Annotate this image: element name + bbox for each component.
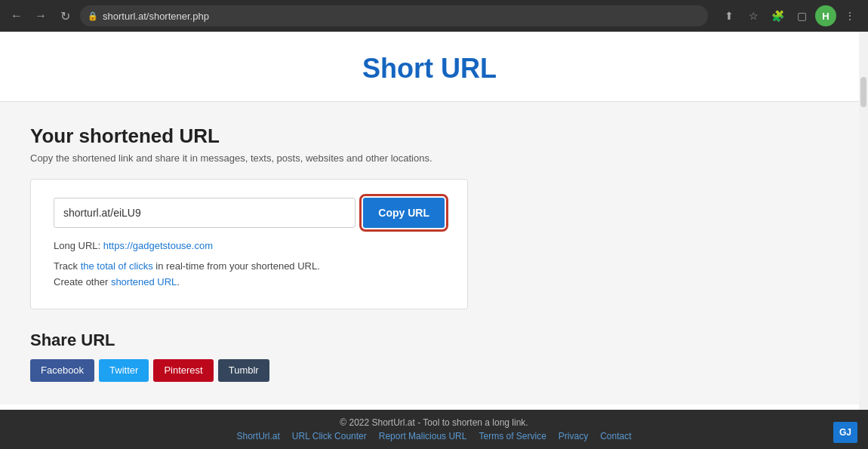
window-button[interactable]: ▢ [791,5,812,26]
page-wrapper: Short URL Your shortened URL Copy the sh… [0,32,868,410]
forward-button[interactable]: → [32,7,50,25]
lock-icon: 🔒 [88,11,98,21]
long-url-row: Long URL: https://gadgetstouse.com [54,240,445,251]
track-text-middle: in real-time from your shortened URL. [153,260,320,272]
menu-button[interactable]: ⋮ [839,5,860,26]
extensions-button[interactable]: 🧩 [767,5,788,26]
browser-actions: ⬆ ☆ 🧩 ▢ H ⋮ [719,5,860,26]
reload-button[interactable]: ↻ [56,7,74,25]
track-text-end: . [177,276,180,288]
page-content: Short URL Your shortened URL Copy the sh… [0,32,859,410]
share-buttons: Facebook Twitter Pinterest Tumblr [30,359,829,382]
address-bar[interactable]: 🔒 shorturl.at/shortener.php [80,5,708,26]
shortened-url-input[interactable] [54,198,356,228]
site-footer: © 2022 ShortUrl.at - Tool to shorten a l… [0,410,868,449]
url-card: Copy URL Long URL: https://gadgetstouse.… [30,179,468,309]
scrollbar-track[interactable] [859,32,868,410]
share-section: Share URL Facebook Twitter Pinterest Tum… [30,331,829,382]
main-content: Your shortened URL Copy the shortened li… [0,102,859,404]
share-title: Share URL [30,331,829,350]
track-text-before: Track [54,260,81,272]
profile-avatar[interactable]: H [815,5,836,26]
footer-link-shorturl[interactable]: ShortUrl.at [236,431,279,441]
track-clicks-link[interactable]: the total of clicks [81,260,153,272]
site-header: Short URL [0,32,859,102]
footer-link-tos[interactable]: Terms of Service [479,431,546,441]
back-button[interactable]: ← [8,7,26,25]
share-browser-button[interactable]: ⬆ [719,5,740,26]
footer-logo: GJ [833,422,857,443]
footer-link-contact[interactable]: Contact [600,431,631,441]
browser-chrome: ← → ↻ 🔒 shorturl.at/shortener.php ⬆ ☆ 🧩 … [0,0,868,32]
url-copy-row: Copy URL [54,198,445,228]
footer-link-privacy[interactable]: Privacy [559,431,588,441]
pinterest-share-button[interactable]: Pinterest [153,359,213,382]
shortened-section-subtitle: Copy the shortened link and share it in … [30,152,829,164]
shortened-section-title: Your shortened URL [30,125,829,148]
copy-url-button[interactable]: Copy URL [363,198,445,228]
tumblr-share-button[interactable]: Tumblr [218,359,269,382]
url-text: shorturl.at/shortener.php [103,11,209,22]
long-url-label: Long URL: [54,240,103,251]
track-row: Track the total of clicks in real-time f… [54,259,445,291]
bookmark-button[interactable]: ☆ [743,5,764,26]
track-text-after: Create other [54,276,111,288]
footer-link-report[interactable]: Report Malicious URL [379,431,467,441]
shortened-url-link[interactable]: shortened URL [111,276,177,288]
scrollbar-thumb[interactable] [860,77,866,107]
long-url-link[interactable]: https://gadgetstouse.com [103,240,213,251]
footer-copyright: © 2022 ShortUrl.at - Tool to shorten a l… [0,417,868,428]
twitter-share-button[interactable]: Twitter [99,359,149,382]
facebook-share-button[interactable]: Facebook [30,359,94,382]
footer-links: ShortUrl.at URL Click Counter Report Mal… [0,431,868,441]
footer-link-click-counter[interactable]: URL Click Counter [292,431,367,441]
site-title: Short URL [0,53,859,85]
